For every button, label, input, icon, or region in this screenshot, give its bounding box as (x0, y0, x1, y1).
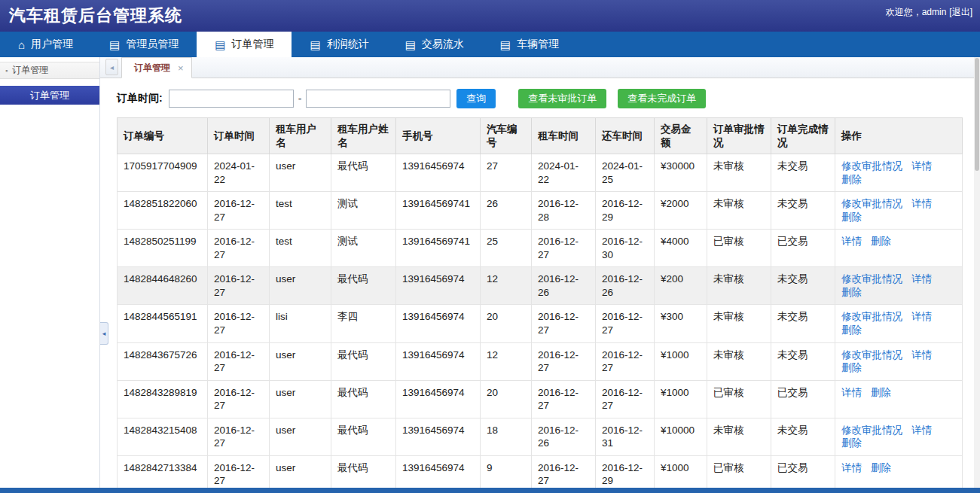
cell-order-id: 1482843675726 (118, 342, 208, 380)
tab-label: 订单管理 (134, 62, 170, 75)
action-delete-link[interactable]: 删除 (871, 386, 891, 400)
cell-phone: 13916456974 (396, 305, 481, 342)
action-delete-link[interactable]: 删除 (871, 235, 891, 248)
nav-tab-label: 用户管理 (31, 38, 73, 51)
action-delete-link[interactable]: 删除 (841, 361, 862, 375)
cell-actions: 详情删除 (835, 380, 963, 418)
table-row[interactable]: 14828502511992016-12-27test测试13916456974… (118, 230, 963, 267)
cell-approval-status: 未审核 (707, 267, 771, 305)
action-detail-link[interactable]: 详情 (841, 235, 862, 248)
cell-car-no: 12 (481, 267, 532, 305)
cell-rent-time: 2016-12-26 (532, 267, 596, 305)
cell-username: user (270, 154, 331, 192)
action-modify-approval-link[interactable]: 修改审批情况 (841, 272, 902, 286)
cell-car-no: 26 (481, 192, 532, 230)
action-delete-link[interactable]: 删除 (871, 461, 891, 475)
cell-return-time: 2016-12-27 (596, 342, 655, 380)
cell-rent-time: 2016-12-27 (532, 455, 596, 488)
table-row[interactable]: 17059177049092024-01-22user最代码1391645697… (118, 154, 963, 192)
nav-tab-transaction-flow[interactable]: ▤ 交易流水 (387, 32, 482, 57)
cell-completion-status: 已交易 (771, 230, 835, 267)
view-unapproved-orders-button[interactable]: 查看未审批订单 (518, 89, 606, 108)
order-time-from-input[interactable] (169, 90, 294, 108)
cell-real-name: 最代码 (331, 154, 396, 192)
col-return-time: 还车时间 (596, 118, 655, 154)
cell-username: user (270, 380, 331, 418)
table-row[interactable]: 14828436757262016-12-27user最代码1391645697… (118, 342, 963, 380)
cell-actions: 修改审批情况详情删除 (835, 192, 963, 230)
tab-scroll-left-button[interactable]: ◂ (105, 59, 118, 75)
tab-strip: ◂ 订单管理 × (100, 57, 974, 78)
action-modify-approval-link[interactable]: 修改审批情况 (841, 348, 902, 362)
action-detail-link[interactable]: 详情 (911, 160, 932, 173)
logout-link[interactable]: [退出] (949, 6, 972, 19)
cell-order-time: 2024-01-22 (208, 154, 270, 192)
cell-rent-time: 2016-12-27 (532, 305, 596, 342)
cell-completion-status: 已交易 (771, 380, 835, 418)
action-detail-link[interactable]: 详情 (911, 272, 932, 286)
cell-car-no: 20 (481, 380, 532, 418)
action-detail-link[interactable]: 详情 (911, 310, 932, 324)
welcome-area: 欢迎您，admin [退出] (886, 6, 972, 19)
nav-tab-vehicle-management[interactable]: ▤ 车辆管理 (482, 32, 577, 57)
action-detail-link[interactable]: 详情 (841, 461, 862, 475)
action-detail-link[interactable]: 详情 (911, 424, 932, 437)
view-unfinished-orders-button[interactable]: 查看未完成订单 (618, 89, 706, 108)
content-area: ◂ 订单管理 × 订单时间: - 查询 查看未审批订单 查看未完成订单 (100, 57, 974, 488)
collapse-sidebar-handle[interactable]: ◂ (100, 322, 108, 345)
action-detail-link[interactable]: 详情 (911, 348, 932, 362)
module-icon: ▤ (500, 39, 511, 50)
action-delete-link[interactable]: 删除 (841, 211, 862, 224)
cell-username: user (270, 267, 331, 305)
query-button[interactable]: 查询 (456, 89, 496, 108)
action-modify-approval-link[interactable]: 修改审批情况 (841, 197, 902, 211)
action-delete-link[interactable]: 删除 (841, 437, 862, 450)
cell-real-name: 最代码 (331, 267, 396, 305)
cell-approval-status: 已审核 (707, 455, 771, 488)
cell-real-name: 最代码 (331, 380, 396, 418)
action-detail-link[interactable]: 详情 (911, 197, 932, 211)
cell-amount: ¥300 (655, 305, 707, 342)
cell-real-name: 测试 (331, 230, 396, 267)
action-delete-link[interactable]: 删除 (841, 324, 862, 337)
action-delete-link[interactable]: 删除 (841, 286, 862, 300)
cell-username: user (270, 418, 331, 455)
table-row[interactable]: 14828446482602016-12-27user最代码1391645697… (118, 267, 963, 305)
cell-username: lisi (270, 305, 331, 342)
cell-username: user (270, 342, 331, 380)
cell-completion-status: 未交易 (771, 305, 835, 342)
cell-real-name: 最代码 (331, 455, 396, 488)
action-modify-approval-link[interactable]: 修改审批情况 (841, 310, 902, 324)
cell-approval-status: 未审核 (707, 305, 771, 342)
cell-return-time: 2016-12-29 (596, 455, 655, 488)
close-icon[interactable]: × (178, 62, 184, 74)
nav-tab-admin-management[interactable]: ▤ 管理员管理 (91, 32, 197, 57)
table-row[interactable]: 14828432898192016-12-27user最代码1391645697… (118, 380, 963, 418)
orders-table-body: 17059177049092024-01-22user最代码1391645697… (118, 154, 963, 488)
order-time-to-input[interactable] (306, 90, 450, 108)
cell-rent-time: 2024-01-22 (532, 154, 596, 192)
col-phone: 手机号 (396, 118, 481, 154)
table-row[interactable]: 14828518220602016-12-27test测试13916456974… (118, 192, 963, 230)
action-modify-approval-link[interactable]: 修改审批情况 (841, 160, 902, 173)
cell-completion-status: 已交易 (771, 455, 835, 488)
cell-actions: 修改审批情况详情删除 (835, 305, 963, 342)
sidebar-item-order-management[interactable]: 订单管理 (0, 86, 99, 105)
vertical-scrollbar[interactable] (974, 57, 980, 488)
table-row[interactable]: 14828427133842016-12-27user最代码1391645697… (118, 455, 963, 488)
table-row[interactable]: 14828445651912016-12-27lisi李四13916456974… (118, 305, 963, 342)
scrollbar-thumb[interactable] (975, 58, 979, 171)
action-modify-approval-link[interactable]: 修改审批情况 (841, 424, 902, 437)
cell-order-time: 2016-12-27 (208, 230, 270, 267)
table-row[interactable]: 14828432154082016-12-27user最代码1391645697… (118, 418, 963, 455)
action-delete-link[interactable]: 删除 (841, 173, 862, 187)
nav-tab-profit-stats[interactable]: ▤ 利润统计 (292, 32, 386, 57)
sidebar-panel-header[interactable]: ▪ 订单管理 (0, 62, 99, 79)
cell-order-id: 1482842713384 (118, 455, 208, 488)
action-detail-link[interactable]: 详情 (841, 386, 862, 400)
tab-order-management[interactable]: 订单管理 × (121, 57, 192, 78)
cell-amount: ¥1000 (655, 342, 707, 380)
nav-tab-order-management[interactable]: ▤ 订单管理 (197, 32, 292, 57)
module-icon: ▤ (310, 39, 320, 50)
nav-tab-user-management[interactable]: ⌂ 用户管理 (0, 32, 91, 57)
